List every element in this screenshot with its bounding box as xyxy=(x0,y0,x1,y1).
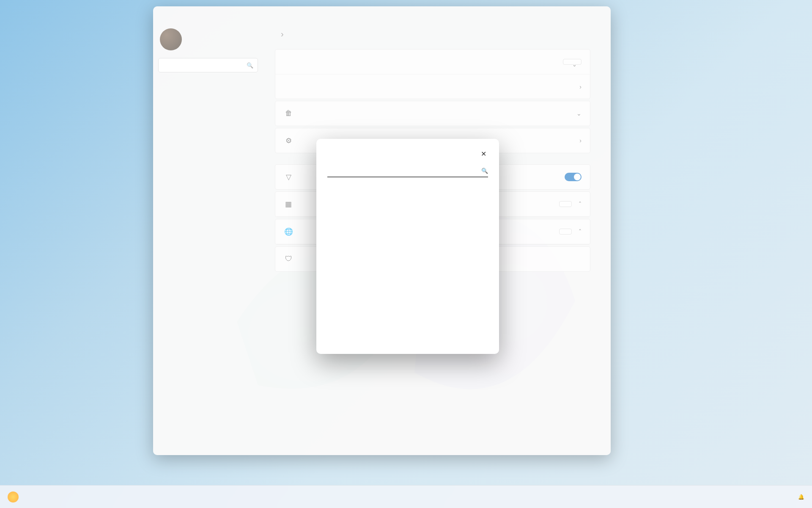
weather-widget[interactable] xyxy=(0,491,23,502)
notifications-icon[interactable]: 🔔 xyxy=(798,494,804,500)
search-icon: 🔍 xyxy=(481,168,488,174)
dialog-close-button[interactable]: ✕ xyxy=(479,148,488,160)
dialog-search[interactable]: 🔍 xyxy=(327,167,488,177)
dialog-search-input[interactable] xyxy=(327,167,481,174)
sun-icon xyxy=(8,491,19,502)
taskbar: 🔔 xyxy=(0,485,812,508)
choose-app-dialog: ✕ 🔍 xyxy=(316,139,499,354)
